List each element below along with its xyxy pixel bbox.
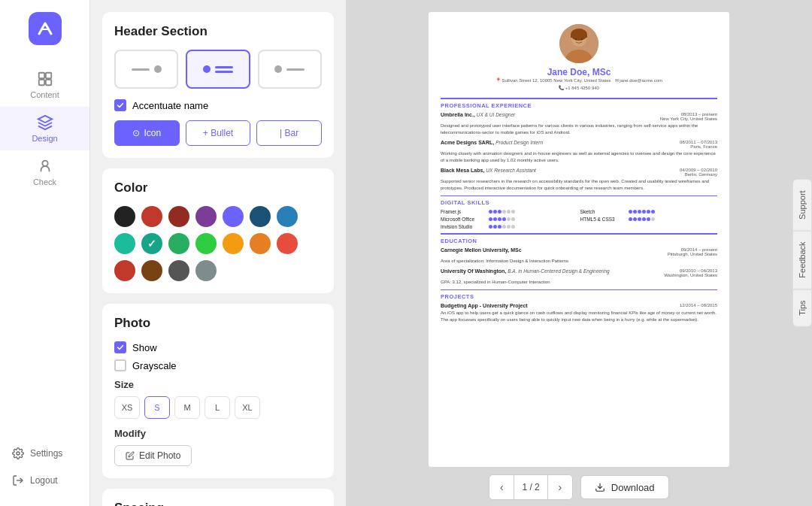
- skill-dot: [647, 210, 650, 214]
- sidebar-logout[interactable]: Logout: [0, 467, 89, 494]
- edit-photo-button[interactable]: Edit Photo: [114, 445, 192, 466]
- right-panel: Jane Doe, MSc 📍 Sullivan Street 12, 1000…: [346, 0, 812, 506]
- size-btn-l[interactable]: L: [205, 396, 230, 419]
- cv-projects-divider: [441, 289, 717, 291]
- accentuate-checkbox[interactable]: [114, 99, 126, 111]
- photo-section-card: Photo Show Grayscale Size XSSMLXL Modify: [102, 304, 334, 478]
- skill-dot: [642, 217, 646, 221]
- sidebar-check-label: Check: [33, 177, 56, 186]
- cv-skill-row: HTML5 & CSS3: [580, 217, 718, 222]
- edu-name-1: Carnegie Mellon University, MSc: [441, 247, 522, 253]
- skill-dot: [502, 210, 506, 214]
- skill-dot: [629, 210, 632, 214]
- color-swatch-12[interactable]: [250, 233, 271, 254]
- header-section-title: Header Section: [114, 24, 322, 39]
- skill-dot: [493, 217, 497, 221]
- layout-btn-3[interactable]: [258, 50, 322, 89]
- cv-entry-uw: University Of Washington, B.A. in Human-…: [441, 268, 717, 286]
- skill-dot: [507, 225, 511, 229]
- style-bullet-btn[interactable]: + Bullet: [186, 120, 251, 146]
- color-swatch-10[interactable]: [195, 233, 217, 254]
- main-area: Header Section: [90, 0, 812, 506]
- layout-options: [114, 50, 322, 89]
- modify-label: Modify: [114, 428, 322, 439]
- color-swatch-14[interactable]: [114, 260, 135, 281]
- side-tab-support[interactable]: Support: [792, 179, 812, 231]
- cv-projects-title: PROJECTS: [441, 293, 717, 300]
- skill-dot: [511, 217, 515, 221]
- design-icon: [37, 114, 53, 131]
- color-swatch-17[interactable]: [195, 260, 217, 281]
- grayscale-checkbox[interactable]: [114, 359, 126, 371]
- style-icon-btn[interactable]: ⊙ Icon: [114, 120, 180, 146]
- color-swatch-11[interactable]: [223, 233, 244, 254]
- color-swatch-1[interactable]: [141, 206, 162, 227]
- style-bar-btn[interactable]: | Bar: [256, 120, 322, 146]
- style-bar-label: | Bar: [280, 128, 298, 138]
- sidebar-item-check[interactable]: Check: [0, 150, 89, 194]
- side-tab-tips[interactable]: Tips: [792, 289, 812, 327]
- check-mark-icon: [117, 102, 124, 109]
- skill-dot: [489, 210, 492, 214]
- icon-symbol: ⊙: [132, 128, 140, 138]
- next-page-button[interactable]: ›: [548, 475, 572, 499]
- skill-dots: [489, 225, 515, 229]
- skill-dot: [502, 217, 506, 221]
- color-swatch-4[interactable]: [223, 206, 244, 227]
- entry-location-2: Paris, France: [680, 144, 717, 149]
- accentuate-label: Accentuate name: [132, 100, 208, 111]
- skill-dot: [651, 210, 655, 214]
- side-tabs: Support Feedback Tips: [792, 179, 812, 327]
- cv-name: Jane Doe, MSc: [547, 67, 611, 77]
- color-swatch-2[interactable]: [168, 206, 189, 227]
- layout-btn-2[interactable]: [186, 50, 250, 89]
- cv-phone: 📞 +1 845 4250 940: [559, 86, 599, 90]
- sidebar-bottom: Settings Logout: [0, 440, 89, 494]
- edit-icon: [126, 451, 135, 460]
- cv-contact: 📍 Sullivan Street 12, 10005 New York Cit…: [495, 77, 662, 92]
- cv-preview: Jane Doe, MSc 📍 Sullivan Street 12, 1000…: [429, 12, 729, 467]
- color-swatch-13[interactable]: [277, 233, 298, 254]
- color-swatch-6[interactable]: [277, 206, 298, 227]
- accentuate-row: Accentuate name: [114, 99, 322, 111]
- size-btn-s[interactable]: S: [144, 396, 170, 419]
- sidebar-settings[interactable]: Settings: [0, 440, 89, 467]
- sidebar-item-design[interactable]: Design: [0, 107, 89, 150]
- show-checkbox[interactable]: [114, 341, 126, 353]
- color-swatch-7[interactable]: [114, 233, 135, 254]
- sidebar: Content Design Check Settings: [0, 0, 90, 506]
- color-swatch-8[interactable]: [141, 233, 162, 254]
- download-button[interactable]: Download: [580, 475, 669, 499]
- color-swatch-5[interactable]: [250, 206, 271, 227]
- sidebar-item-content[interactable]: Content: [0, 63, 89, 107]
- size-btn-m[interactable]: M: [174, 396, 200, 419]
- skill-dots: [629, 210, 655, 214]
- cv-address: 📍 Sullivan Street 12, 10005 New York Cit…: [495, 78, 662, 83]
- side-tab-feedback[interactable]: Feedback: [792, 230, 812, 289]
- size-btn-xs[interactable]: XS: [114, 396, 140, 419]
- logout-icon: [12, 474, 24, 486]
- skill-dot: [629, 217, 632, 221]
- color-swatch-15[interactable]: [141, 260, 162, 281]
- page-info: 1 / 2: [514, 475, 547, 499]
- grayscale-row: Grayscale: [114, 359, 322, 371]
- color-swatch-3[interactable]: [195, 206, 217, 227]
- left-panel: Header Section: [90, 0, 346, 506]
- skill-dot: [507, 210, 511, 214]
- color-swatch-0[interactable]: [114, 206, 135, 227]
- edit-photo-label: Edit Photo: [139, 450, 180, 461]
- cv-avatar: [559, 24, 598, 63]
- show-check-icon: [117, 344, 124, 351]
- size-btn-xl[interactable]: XL: [235, 396, 260, 419]
- skill-dot: [651, 217, 655, 221]
- cv-experience-title: PROFESSIONAL EXPERIENCE: [441, 102, 717, 109]
- layout-btn-1[interactable]: [114, 50, 178, 89]
- cv-entry-blackmesa: Black Mesa Labs, UX Research Assistant 0…: [441, 168, 717, 192]
- edu-name-2: University Of Washington,: [441, 268, 508, 274]
- skill-dot: [493, 210, 497, 214]
- bottom-navigation: ‹ 1 / 2 › Download: [489, 474, 668, 500]
- color-swatch-16[interactable]: [168, 260, 189, 281]
- settings-label: Settings: [30, 448, 62, 459]
- prev-page-button[interactable]: ‹: [489, 475, 514, 499]
- color-swatch-9[interactable]: [168, 233, 189, 254]
